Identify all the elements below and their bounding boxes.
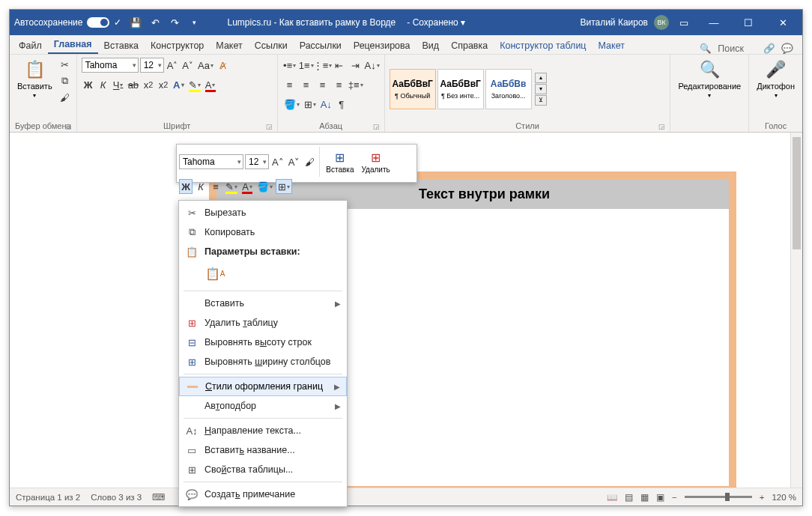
- tab-mailings[interactable]: Рассылки: [294, 37, 348, 54]
- user-avatar[interactable]: ВК: [654, 15, 669, 30]
- mt-bold[interactable]: Ж: [179, 179, 193, 194]
- mt-italic[interactable]: К: [194, 179, 207, 194]
- decrease-indent[interactable]: ⇤: [332, 58, 347, 73]
- tab-insert[interactable]: Вставка: [98, 37, 145, 54]
- style-normal[interactable]: АаБбВвГ¶ Обычный: [390, 69, 436, 109]
- mt-shading[interactable]: 🪣: [255, 179, 274, 194]
- minimize-button[interactable]: —: [699, 12, 729, 33]
- zoom-level[interactable]: 120 %: [772, 493, 796, 502]
- tab-table-design[interactable]: Конструктор таблиц: [494, 37, 592, 54]
- saved-status[interactable]: - Сохранено ▾: [407, 17, 465, 28]
- bullets-button[interactable]: •≡: [282, 58, 297, 73]
- mt-font-name[interactable]: Tahoma: [179, 154, 243, 169]
- italic-button[interactable]: К: [97, 77, 110, 92]
- comments-icon[interactable]: 💬: [781, 43, 793, 54]
- mt-grow-font[interactable]: A˄: [270, 154, 285, 169]
- subscript-button[interactable]: x2: [142, 77, 155, 92]
- styles-launcher[interactable]: ◲: [658, 123, 665, 130]
- align-center[interactable]: ≡: [299, 77, 314, 92]
- strike-button[interactable]: ab: [127, 77, 140, 92]
- styles-gallery[interactable]: АаБбВвГ¶ Обычный АаБбВвГ¶ Без инте... Аа…: [390, 69, 532, 109]
- tab-file[interactable]: Файл: [13, 37, 48, 54]
- search-label[interactable]: Поиск: [718, 43, 744, 54]
- mt-delete-button[interactable]: ⊞Удалить: [359, 151, 393, 174]
- styles-scroll[interactable]: ▴▾⊻: [535, 73, 547, 106]
- view-print-icon[interactable]: ▤: [625, 492, 633, 503]
- redo-icon[interactable]: ↷: [168, 16, 181, 29]
- align-left[interactable]: ≡: [282, 77, 297, 92]
- sort-button[interactable]: A↓: [365, 58, 380, 73]
- tab-table-layout[interactable]: Макет: [593, 37, 631, 54]
- status-lang-icon[interactable]: ⌨: [152, 492, 165, 503]
- mt-insert-button[interactable]: ⊞Вставка: [323, 151, 357, 174]
- vertical-scrollbar[interactable]: [790, 133, 802, 488]
- close-button[interactable]: ✕: [768, 12, 798, 33]
- cm-distribute-rows[interactable]: ⊟Выровнять высоту строк: [179, 333, 347, 352]
- save-icon[interactable]: 💾: [129, 16, 142, 29]
- cm-border-styles[interactable]: Стили оформления границ▶: [179, 377, 347, 396]
- view-read-icon[interactable]: 📖: [607, 492, 617, 503]
- shading-button[interactable]: 🪣: [282, 97, 301, 112]
- tab-layout[interactable]: Макет: [210, 37, 248, 54]
- para-launcher[interactable]: ◲: [373, 123, 380, 130]
- copy-icon[interactable]: ⧉: [58, 74, 72, 88]
- paste-button[interactable]: 📋 Вставить ▾: [14, 58, 55, 100]
- font-color-button[interactable]: A: [204, 77, 217, 92]
- cm-insert-caption[interactable]: ▭Вставить название...: [179, 440, 347, 460]
- shrink-font-icon[interactable]: A˅: [181, 58, 195, 73]
- cm-insert[interactable]: Вставить▶: [179, 294, 347, 313]
- align-right[interactable]: ≡: [315, 77, 330, 92]
- tab-design[interactable]: Конструктор: [145, 37, 210, 54]
- undo-icon[interactable]: ↶: [148, 16, 162, 29]
- tab-help[interactable]: Справка: [445, 37, 494, 54]
- increase-indent[interactable]: ⇥: [348, 58, 363, 73]
- cm-autofit[interactable]: Автоподбор▶: [179, 396, 347, 416]
- style-no-spacing[interactable]: АаБбВвГ¶ Без инте...: [437, 69, 484, 109]
- tab-references[interactable]: Ссылки: [249, 37, 294, 54]
- mt-format-painter[interactable]: 🖌: [303, 154, 316, 169]
- mt-borders[interactable]: ⊞: [276, 179, 292, 194]
- cm-text-direction[interactable]: A↕Направление текста...: [179, 421, 347, 440]
- style-heading1[interactable]: АаБбВвЗаголово...: [485, 69, 532, 109]
- cm-cut[interactable]: ✂Вырезать: [179, 203, 347, 222]
- highlight-button[interactable]: ✎: [187, 77, 202, 92]
- font-size-combo[interactable]: 12: [140, 58, 164, 73]
- ribbon-display-icon[interactable]: ▭: [673, 12, 694, 33]
- cut-icon[interactable]: ✂: [58, 58, 72, 71]
- format-painter-icon[interactable]: 🖌: [58, 91, 72, 104]
- mt-font-color[interactable]: A: [240, 179, 254, 194]
- cm-distribute-cols[interactable]: ⊞Выровнять ширину столбцов: [179, 352, 347, 371]
- cm-delete-table[interactable]: ⊞Удалить таблицу: [179, 313, 347, 333]
- qat-custom-icon[interactable]: ▾: [187, 16, 201, 29]
- editing-button[interactable]: 🔍 Редактирование ▾: [675, 58, 744, 100]
- text-effects-button[interactable]: A: [172, 77, 185, 92]
- clear-format-icon[interactable]: A̷: [216, 58, 230, 73]
- zoom-slider[interactable]: [685, 496, 752, 498]
- dictate-button[interactable]: 🎤 Диктофон ▾: [754, 58, 798, 100]
- mt-font-size[interactable]: 12: [245, 154, 269, 169]
- show-marks[interactable]: ¶: [335, 97, 348, 112]
- mt-shrink-font[interactable]: A˅: [287, 154, 302, 169]
- cm-paste-text-only[interactable]: 📋A: [204, 263, 225, 284]
- zoom-in[interactable]: +: [760, 493, 765, 502]
- cm-copy[interactable]: ⧉Копировать: [179, 222, 347, 242]
- zoom-out[interactable]: −: [672, 493, 677, 502]
- grow-font-icon[interactable]: A˄: [166, 58, 180, 73]
- tab-home[interactable]: Главная: [48, 36, 98, 54]
- autosave-toggle[interactable]: [87, 17, 109, 28]
- tab-review[interactable]: Рецензирова: [348, 37, 416, 54]
- search-icon[interactable]: 🔍: [700, 43, 712, 54]
- font-name-combo[interactable]: Tahoma: [82, 58, 139, 73]
- mt-align[interactable]: ≡: [209, 179, 222, 194]
- font-launcher[interactable]: ◲: [266, 123, 273, 130]
- clipboard-launcher[interactable]: ◲: [65, 123, 72, 130]
- status-words[interactable]: Слово 3 из 3: [91, 493, 142, 502]
- justify[interactable]: ≡: [332, 77, 347, 92]
- maximize-button[interactable]: ☐: [733, 12, 763, 33]
- status-page[interactable]: Страница 1 из 2: [16, 493, 80, 502]
- tab-view[interactable]: Вид: [416, 37, 446, 54]
- borders-button[interactable]: ⊞: [303, 97, 318, 112]
- share-icon[interactable]: 🔗: [763, 43, 775, 54]
- user-name[interactable]: Виталий Каиров: [580, 17, 648, 28]
- superscript-button[interactable]: x2: [157, 77, 170, 92]
